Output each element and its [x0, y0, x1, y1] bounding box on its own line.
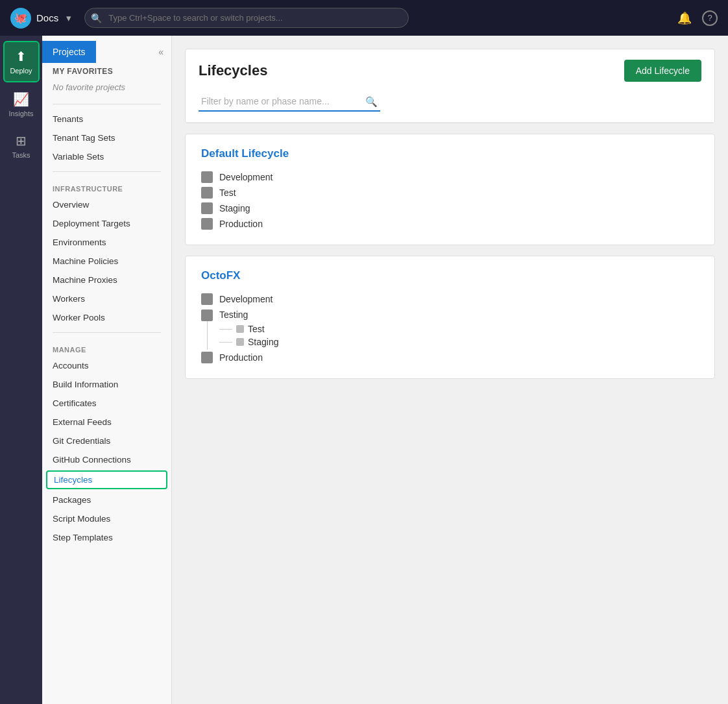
filter-search-icon: 🔍 — [365, 96, 378, 108]
sidebar-item-tenants[interactable]: Tenants — [42, 110, 171, 128]
phase-label-testing: Testing — [219, 307, 278, 320]
lifecycle-name-octofx[interactable]: OctoFX — [201, 269, 699, 282]
tasks-label: Tasks — [12, 151, 30, 159]
sidebar-item-variable-sets[interactable]: Variable Sets — [42, 147, 171, 166]
app-name: Docs — [36, 12, 58, 23]
sidebar-item-machine-proxies[interactable]: Machine Proxies — [42, 271, 171, 289]
sidebar: Projects « MY FAVORITES No favorite proj… — [42, 36, 172, 704]
notification-bell-icon[interactable]: 🔔 — [677, 11, 692, 25]
phase-label: Production — [219, 219, 263, 229]
phase-label: Production — [219, 352, 263, 363]
phase-item: Production — [201, 350, 699, 365]
phase-label: Development — [219, 172, 273, 182]
filter-input[interactable] — [199, 92, 380, 112]
collapse-sidebar-icon[interactable]: « — [158, 47, 171, 57]
sidebar-divider-2 — [53, 171, 161, 172]
sidebar-item-external-feeds[interactable]: External Feeds — [42, 413, 171, 431]
lifecycle-card-octofx: OctoFX Development Testing — [185, 256, 715, 379]
phase-item: Test — [201, 185, 699, 200]
logo-icon: 🐙 — [10, 8, 31, 29]
horiz-line-icon — [219, 342, 232, 343]
deploy-icon: ⬆ — [16, 49, 27, 64]
phase-item: Production — [201, 216, 699, 232]
sidebar-item-packages[interactable]: Packages — [42, 491, 171, 509]
phase-icon — [201, 218, 213, 230]
sub-phase-test: Test — [219, 320, 278, 335]
lifecycle-card-default: Default Lifecycle Development Test Stagi… — [185, 134, 715, 245]
phase-item: Development — [201, 169, 699, 185]
filter-row: 🔍 — [186, 87, 714, 123]
sidebar-item-worker-pools[interactable]: Worker Pools — [42, 308, 171, 327]
sub-phase-icon — [236, 325, 244, 333]
page-title: Lifecycles — [199, 62, 267, 79]
phase-list-octofx: Development Testing Test — [201, 291, 699, 365]
projects-button[interactable]: Projects — [42, 41, 96, 63]
insights-icon: 📈 — [13, 91, 29, 107]
phase-icon — [201, 171, 213, 183]
sidebar-item-github-connections[interactable]: GitHub Connections — [42, 450, 171, 469]
help-icon[interactable]: ? — [702, 10, 718, 26]
sidebar-item-machine-policies[interactable]: Machine Policies — [42, 252, 171, 271]
sidebar-item-git-credentials[interactable]: Git Credentials — [42, 431, 171, 450]
infrastructure-header: INFRASTRUCTURE — [42, 177, 171, 195]
top-nav: 🐙 Docs ▾ 🔍 🔔 ? — [0, 0, 728, 36]
sidebar-item-build-information[interactable]: Build Information — [42, 375, 171, 394]
phase-icon — [201, 202, 213, 214]
sidebar-item-overview[interactable]: Overview — [42, 195, 171, 214]
horiz-line-icon — [219, 329, 232, 330]
sub-phase-label-test: Test — [248, 324, 265, 334]
phase-icon-column — [201, 307, 213, 350]
sub-phase-icon — [236, 338, 244, 346]
app-chevron-icon: ▾ — [66, 12, 71, 24]
testing-phase-content: Testing Test Staging — [219, 307, 278, 350]
sidebar-item-deploy[interactable]: ⬆ Deploy — [3, 41, 40, 82]
icon-bar: ⬆ Deploy 📈 Insights ⊞ Tasks — [0, 36, 42, 704]
sidebar-item-accounts[interactable]: Accounts — [42, 356, 171, 375]
top-nav-right: 🔔 ? — [677, 10, 718, 26]
tasks-icon: ⊞ — [16, 133, 27, 149]
sidebar-item-tenant-tag-sets[interactable]: Tenant Tag Sets — [42, 128, 171, 147]
phase-item: Development — [201, 291, 699, 307]
phase-icon — [201, 352, 213, 363]
sidebar-item-script-modules[interactable]: Script Modules — [42, 509, 171, 528]
sidebar-divider-3 — [53, 332, 161, 333]
sidebar-item-step-templates[interactable]: Step Templates — [42, 528, 171, 547]
lifecycle-name-default[interactable]: Default Lifecycle — [201, 147, 699, 160]
sidebar-item-certificates[interactable]: Certificates — [42, 394, 171, 413]
sidebar-item-lifecycles[interactable]: Lifecycles — [46, 470, 167, 489]
my-favorites-header: MY FAVORITES — [42, 63, 171, 80]
phase-icon — [201, 310, 213, 321]
manage-header: MANAGE — [42, 338, 171, 356]
sidebar-divider-1 — [53, 104, 161, 104]
vertical-connector — [207, 321, 208, 350]
no-favorites-text: No favorite projects — [42, 80, 171, 99]
phase-list-default: Development Test Staging Production — [201, 169, 699, 232]
insights-label: Insights — [9, 110, 34, 117]
sidebar-item-tasks[interactable]: ⊞ Tasks — [3, 127, 40, 165]
phase-icon — [201, 293, 213, 305]
search-input[interactable] — [84, 8, 409, 28]
phase-item: Staging — [201, 200, 699, 216]
deploy-label: Deploy — [10, 67, 32, 75]
sidebar-item-insights[interactable]: 📈 Insights — [3, 85, 40, 124]
search-bar: 🔍 — [84, 8, 409, 28]
phase-label: Staging — [219, 203, 250, 213]
sidebar-item-environments[interactable]: Environments — [42, 233, 171, 252]
main-content: Lifecycles Add Lifecycle 🔍 Default Lifec… — [172, 36, 728, 704]
sub-phase-staging: Staging — [219, 335, 278, 350]
search-icon: 🔍 — [91, 13, 102, 23]
sub-phase-label-staging: Staging — [248, 337, 278, 347]
sidebar-item-deployment-targets[interactable]: Deployment Targets — [42, 214, 171, 233]
app-logo[interactable]: 🐙 Docs ▾ — [10, 8, 71, 29]
phase-icon — [201, 187, 213, 199]
add-lifecycle-button[interactable]: Add Lifecycle — [624, 60, 701, 82]
phase-testing-group: Testing Test Staging — [201, 307, 699, 350]
sidebar-item-workers[interactable]: Workers — [42, 289, 171, 308]
phase-label: Development — [219, 294, 273, 304]
phase-label: Test — [219, 188, 236, 198]
page-header-card: Lifecycles Add Lifecycle 🔍 — [185, 49, 715, 123]
